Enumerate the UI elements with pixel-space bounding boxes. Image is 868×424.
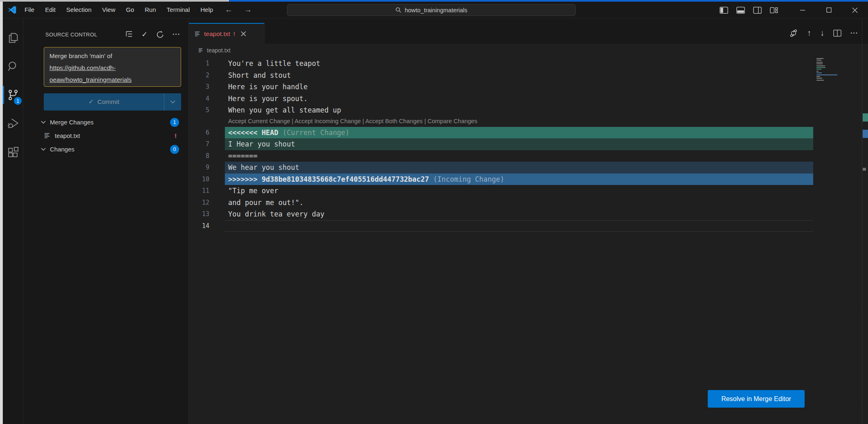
menu-file[interactable]: File: [19, 2, 40, 18]
customize-layout-icon[interactable]: [770, 7, 778, 14]
refresh-icon[interactable]: [156, 31, 164, 38]
run-debug-icon: [7, 117, 19, 130]
changes-badge: 0: [170, 145, 179, 154]
code-line-14[interactable]: 14: [189, 220, 813, 232]
line-content[interactable]: When you get all steamed up: [225, 104, 813, 116]
line-content[interactable]: You drink tea every day: [225, 208, 813, 220]
line-number: 10: [189, 174, 225, 185]
codelens-accept-current-change[interactable]: Accept Current Change: [228, 118, 290, 124]
files-icon: [7, 32, 19, 44]
view-as-tree-icon[interactable]: [125, 31, 133, 38]
commit-message-link-line2[interactable]: https://github.com/acdh-: [49, 62, 175, 74]
code-line-6[interactable]: 6<<<<<<< HEAD (Current Change): [189, 127, 813, 139]
codelens-accept-both-changes[interactable]: Accept Both Changes: [366, 118, 423, 124]
section-label: Changes: [50, 146, 74, 153]
commit-message-link-line3[interactable]: oeaw/howto_trainingmaterials: [49, 74, 175, 86]
sidebar-item-source-control[interactable]: 1: [3, 81, 23, 109]
code-line-4[interactable]: 4Here is your spout.: [189, 93, 813, 105]
minimap[interactable]: [814, 18, 862, 424]
breadcrumb[interactable]: teapot.txt: [198, 44, 231, 57]
commit-dropdown-button[interactable]: [164, 93, 181, 111]
line-content[interactable]: We hear you shout: [225, 162, 813, 174]
overview-cursor-mark: [863, 168, 866, 171]
maximize-button[interactable]: [816, 2, 842, 18]
merge-file-row[interactable]: teapot.txt !: [23, 129, 189, 142]
line-content[interactable]: "Tip me over: [225, 185, 813, 197]
tab-label: teapot.txt: [204, 30, 230, 38]
line-content[interactable]: <<<<<<< HEAD (Current Change): [225, 127, 813, 139]
check-icon: ✓: [88, 98, 94, 106]
navigate-back-icon[interactable]: ←: [225, 5, 233, 14]
close-tab-icon[interactable]: [241, 31, 246, 36]
menu-run[interactable]: Run: [139, 2, 161, 18]
code-line-2[interactable]: 2Short and stout: [189, 70, 813, 81]
line-number: 13: [189, 208, 225, 220]
code-editor[interactable]: 1You're a little teapot2Short and stout3…: [189, 58, 813, 232]
menu-bar: FileEditSelectionViewGoRunTerminalHelp: [19, 2, 218, 18]
code-line-13[interactable]: 13You drink tea every day: [189, 208, 813, 220]
search-icon: [395, 7, 401, 13]
open-changes-icon[interactable]: [789, 29, 798, 38]
commit-check-icon[interactable]: ✓: [141, 30, 148, 39]
line-content[interactable]: Short and stout: [225, 70, 813, 81]
command-center-search[interactable]: howto_trainingmaterials: [287, 4, 576, 16]
search-icon: [7, 60, 19, 72]
codelens-compare-changes[interactable]: Compare Changes: [428, 118, 478, 124]
overview-ruler[interactable]: [862, 18, 868, 424]
resolve-in-merge-editor-button[interactable]: Resolve in Merge Editor: [708, 390, 805, 408]
line-number: 1: [189, 58, 225, 70]
code-line-8[interactable]: 8=======: [189, 150, 813, 162]
line-content[interactable]: You're a little teapot: [225, 58, 813, 70]
sidebar-item-search[interactable]: [3, 52, 23, 81]
codelens-accept-incoming-change[interactable]: Accept Incoming Change: [295, 118, 361, 124]
line-content[interactable]: Here is your handle: [225, 81, 813, 93]
menu-edit[interactable]: Edit: [40, 2, 61, 18]
sidebar-item-extensions[interactable]: [3, 138, 23, 167]
code-line-9[interactable]: 9We hear you shout: [189, 162, 813, 174]
search-placeholder-text: howto_trainingmaterials: [405, 7, 467, 14]
line-content[interactable]: I Hear you shout: [225, 138, 813, 150]
sidebar-item-explorer[interactable]: [3, 23, 23, 52]
section-changes[interactable]: Changes 0: [23, 142, 189, 156]
commit-button[interactable]: ✓ Commit: [44, 93, 181, 111]
navigate-forward-icon[interactable]: →: [244, 5, 252, 14]
line-content[interactable]: =======: [225, 150, 813, 162]
line-number: 14: [189, 220, 225, 232]
code-line-11[interactable]: 11"Tip me over: [189, 185, 813, 197]
menu-view[interactable]: View: [97, 2, 121, 18]
code-line-5[interactable]: 5When you get all steamed up: [189, 104, 813, 116]
line-content[interactable]: >>>>>>> 9d38be81034835668c7ef405516dd447…: [225, 174, 813, 185]
more-actions-icon[interactable]: ···: [173, 31, 180, 38]
menu-go[interactable]: Go: [121, 2, 139, 18]
title-bar: FileEditSelectionViewGoRunTerminalHelp ←…: [3, 2, 868, 18]
menu-selection[interactable]: Selection: [61, 2, 97, 18]
sidebar-item-run-and-debug[interactable]: [3, 109, 23, 138]
code-line-10[interactable]: 10>>>>>>> 9d38be81034835668c7ef405516dd4…: [189, 174, 813, 185]
line-content[interactable]: [225, 220, 813, 232]
line-number: 12: [189, 197, 225, 209]
commit-message-input[interactable]: Merge branch 'main' of https://github.co…: [44, 47, 181, 87]
code-line-7[interactable]: 7I Hear you shout: [189, 138, 813, 150]
section-merge-changes[interactable]: Merge Changes 1: [23, 115, 189, 129]
code-line-3[interactable]: 3Here is your handle: [189, 81, 813, 93]
commit-message-line1: Merge branch 'main' of: [49, 50, 175, 62]
toggle-primary-sidebar-icon[interactable]: [720, 7, 728, 14]
tab-teapot-txt[interactable]: teapot.txt !: [189, 23, 265, 44]
minimap-line: [816, 74, 837, 75]
source-control-badge: 1: [13, 97, 22, 105]
toggle-panel-icon[interactable]: [736, 7, 745, 14]
minimize-button[interactable]: [789, 2, 816, 18]
line-content[interactable]: Here is your spout.: [225, 93, 813, 105]
code-line-12[interactable]: 12and pour me out!".: [189, 197, 813, 209]
commit-button-label: Commit: [97, 98, 119, 106]
extensions-icon: [7, 146, 19, 158]
menu-help[interactable]: Help: [195, 2, 218, 18]
previous-change-icon[interactable]: ↑: [807, 28, 811, 38]
code-line-1[interactable]: 1You're a little teapot: [189, 58, 813, 70]
line-content[interactable]: and pour me out!".: [225, 197, 813, 209]
merge-codelens: Accept Current Change | Accept Incoming …: [189, 116, 813, 127]
toggle-secondary-sidebar-icon[interactable]: [753, 7, 762, 14]
menu-terminal[interactable]: Terminal: [161, 2, 195, 18]
close-button[interactable]: [842, 2, 868, 18]
minimap-line: [816, 67, 825, 68]
